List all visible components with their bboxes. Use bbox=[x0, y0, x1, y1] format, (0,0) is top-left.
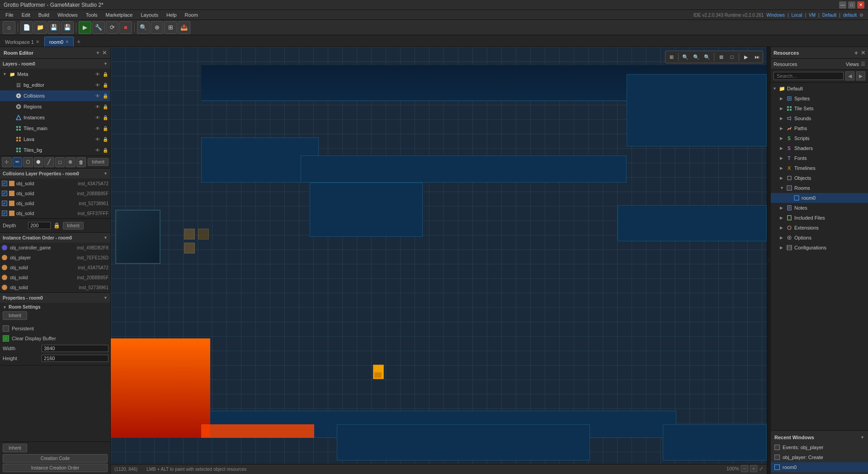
layer-bg-editor[interactable]: 🖼 bg_editor 👁 🔒 bbox=[0, 80, 110, 90]
collisions-collapse[interactable]: ▼ bbox=[104, 171, 108, 176]
room-editor-add[interactable]: + bbox=[96, 50, 99, 56]
res-item-sounds[interactable]: ▶ Sounds bbox=[771, 113, 868, 123]
inherit-button[interactable]: Inherit bbox=[88, 158, 108, 166]
export-button[interactable]: 📤 bbox=[178, 21, 190, 34]
res-item-extensions[interactable]: ▶ Extensions bbox=[771, 223, 868, 233]
res-item-shaders[interactable]: ▶ S Shaders bbox=[771, 143, 868, 153]
layer-bg-eye[interactable]: 👁 bbox=[94, 82, 101, 88]
vm-link[interactable]: VM bbox=[809, 13, 816, 18]
recent-item-events[interactable]: Events: obj_player bbox=[771, 442, 868, 452]
collision-check-3[interactable] bbox=[2, 201, 7, 206]
clear-display-checkbox[interactable]: ✓ bbox=[3, 335, 9, 342]
save-button[interactable]: 💾 bbox=[47, 21, 60, 34]
collision-check-2[interactable] bbox=[2, 191, 7, 196]
menu-windows[interactable]: Windows bbox=[54, 11, 81, 19]
recent-item-create[interactable]: obj_player: Create bbox=[771, 452, 868, 462]
layers-header[interactable]: Layers - room0 ▼ bbox=[0, 59, 110, 69]
layer-coll-eye[interactable]: 👁 bbox=[94, 93, 101, 99]
collision-check-1[interactable] bbox=[2, 181, 7, 186]
height-input[interactable] bbox=[42, 355, 108, 362]
res-item-included-files[interactable]: ▶ Included Files bbox=[771, 213, 868, 223]
tool-delete[interactable]: 🗑 bbox=[76, 157, 86, 167]
layer-collisions[interactable]: Collisions 👁 🔒 bbox=[0, 90, 110, 101]
layer-instances-lock[interactable]: 🔒 bbox=[102, 114, 108, 121]
res-item-notes[interactable]: ▶ Notes bbox=[771, 203, 868, 213]
clean-button[interactable]: ⟳ bbox=[106, 21, 118, 34]
creation-code-button[interactable]: Creation Code bbox=[3, 454, 108, 463]
menu-build[interactable]: Build bbox=[35, 11, 53, 19]
layer-tiles-main-eye[interactable]: 👁 bbox=[94, 125, 101, 131]
layer-meta-eye[interactable]: 👁 bbox=[94, 71, 101, 77]
canvas-forward[interactable]: ⏭ bbox=[752, 52, 762, 62]
inst-creation-collapse[interactable]: ▼ bbox=[104, 235, 108, 240]
canvas-zoom-in[interactable]: 🔍 bbox=[702, 52, 712, 62]
canvas-grid-btn[interactable]: ⊞ bbox=[666, 52, 676, 62]
canvas-zoom-out[interactable]: 🔍 bbox=[680, 52, 690, 62]
tab-room-close[interactable]: ✕ bbox=[65, 39, 69, 44]
zoom-minus[interactable]: − bbox=[741, 465, 748, 472]
depth-lock-icon[interactable]: 🔒 bbox=[53, 222, 60, 229]
tab-workspace-close[interactable]: ✕ bbox=[36, 39, 39, 44]
res-item-sprites[interactable]: ▶ Sprites bbox=[771, 94, 868, 103]
close-button[interactable]: ✕ bbox=[857, 1, 864, 9]
recent-windows-header[interactable]: Recent Windows ▼ bbox=[771, 432, 868, 442]
canvas-zoom-reset[interactable]: 🔍 bbox=[691, 52, 701, 62]
res-item-configurations[interactable]: ▶ Configurations bbox=[771, 243, 868, 253]
default2-link[interactable]: default bbox=[843, 13, 857, 18]
canvas-play[interactable]: ▶ bbox=[741, 52, 751, 62]
tool-transform[interactable]: ⊕ bbox=[66, 157, 75, 167]
depth-input[interactable] bbox=[28, 222, 51, 229]
layer-tiles-main[interactable]: Tiles_main 👁 🔒 bbox=[0, 123, 110, 134]
windows-link[interactable]: Windows bbox=[766, 13, 785, 18]
zoom-expand[interactable]: ⤢ bbox=[759, 466, 763, 472]
open-button[interactable]: 📁 bbox=[34, 21, 47, 34]
tab-add-button[interactable]: + bbox=[74, 37, 84, 47]
run-button[interactable]: ▶ bbox=[79, 21, 91, 34]
search-back-btn[interactable]: ◀ bbox=[845, 71, 854, 80]
tool-fill[interactable]: ⬢ bbox=[34, 157, 44, 167]
maximize-button[interactable]: □ bbox=[848, 1, 855, 9]
properties-header[interactable]: Properties - room0 ▼ bbox=[0, 293, 110, 303]
res-item-tilesets[interactable]: ▶ Tile Sets bbox=[771, 103, 868, 113]
search-input[interactable] bbox=[774, 72, 844, 80]
tab-resources[interactable]: Resources bbox=[774, 61, 797, 67]
res-item-paths[interactable]: ▶ Paths bbox=[771, 123, 868, 133]
zoom-plus[interactable]: + bbox=[750, 465, 757, 472]
layer-regions[interactable]: Regions 👁 🔒 bbox=[0, 101, 110, 112]
layer-meta-lock[interactable]: 🔒 bbox=[102, 71, 108, 77]
menu-layouts[interactable]: Layouts bbox=[137, 11, 162, 19]
recent-item-room0[interactable]: room0 bbox=[771, 462, 868, 472]
search-button[interactable]: 🔍 bbox=[137, 21, 150, 34]
layer-tiles-bg-eye[interactable]: 👁 bbox=[94, 147, 101, 153]
views-menu-icon[interactable]: ☰ bbox=[861, 61, 865, 67]
layers-collapse[interactable]: ▼ bbox=[104, 61, 108, 66]
layout-button[interactable]: ⊞ bbox=[164, 21, 177, 34]
res-item-scripts[interactable]: ▶ S Scripts bbox=[771, 133, 868, 143]
layer-instances[interactable]: Instances 👁 🔒 bbox=[0, 112, 110, 123]
menu-edit[interactable]: Edit bbox=[18, 11, 34, 19]
res-item-room0[interactable]: room0 bbox=[771, 193, 868, 203]
menu-room[interactable]: Room bbox=[181, 11, 202, 19]
tool-line[interactable]: ╱ bbox=[44, 157, 54, 167]
tool-erase[interactable]: ⬡ bbox=[23, 157, 33, 167]
canvas-area[interactable]: ⊞ 🔍 🔍 🔍 ⊠ □ ▶ ⏭ (1120, 846) LMB + ALT to… bbox=[111, 47, 767, 474]
layer-tiles-main-lock[interactable]: 🔒 bbox=[102, 125, 108, 131]
minimize-button[interactable]: — bbox=[839, 1, 846, 9]
tab-room[interactable]: room0 ✕ bbox=[44, 37, 74, 47]
inst-creation-header[interactable]: Instance Creation Order - room0 ▼ bbox=[0, 233, 110, 243]
res-item-timelines[interactable]: ▶ X Timelines bbox=[771, 163, 868, 173]
layer-lava-eye[interactable]: 👁 bbox=[94, 136, 101, 142]
layer-lava[interactable]: Lava 👁 🔒 bbox=[0, 134, 110, 145]
menu-help[interactable]: Help bbox=[163, 11, 180, 19]
collisions-header[interactable]: Collisions Layer Properties - room0 ▼ bbox=[0, 169, 110, 178]
res-item-objects[interactable]: ▶ Objects bbox=[771, 173, 868, 183]
properties-collapse[interactable]: ▼ bbox=[104, 296, 108, 300]
layer-regions-eye[interactable]: 👁 bbox=[94, 103, 101, 110]
tool-select[interactable]: ⊹ bbox=[2, 157, 12, 167]
width-input[interactable] bbox=[42, 345, 108, 352]
menu-marketplace[interactable]: Marketplace bbox=[102, 11, 136, 19]
layer-tiles-bg[interactable]: Tiles_bg 👁 🔒 bbox=[0, 145, 110, 155]
canvas-view[interactable]: □ bbox=[727, 52, 737, 62]
layer-tiles-bg-lock[interactable]: 🔒 bbox=[102, 147, 108, 153]
room-editor-close[interactable]: ✕ bbox=[102, 50, 107, 56]
